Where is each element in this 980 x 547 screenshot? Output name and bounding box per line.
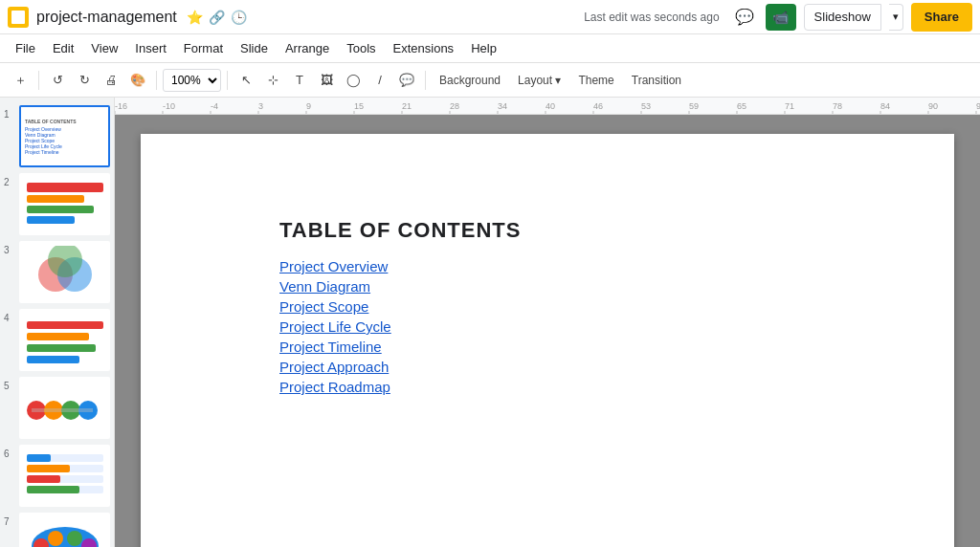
slide-panel: 1 TABLE OF CONTENTS Project Overview Ven…: [0, 98, 115, 547]
undo-button[interactable]: ↺: [45, 68, 70, 93]
slide-thumb-3[interactable]: [19, 241, 110, 303]
star-icon[interactable]: ⭐: [187, 10, 203, 25]
slide-item-1[interactable]: 1 TABLE OF CONTENTS Project Overview Ven…: [4, 105, 110, 167]
last-edit-label: Last edit was seconds ago: [584, 11, 719, 24]
svg-text:96: 96: [976, 101, 980, 111]
add-slide-button[interactable]: ＋: [8, 68, 33, 93]
slideshow-dropdown-button[interactable]: ▾: [889, 4, 903, 31]
svg-text:28: 28: [450, 101, 459, 111]
slide-thumb-inner-6: [21, 447, 108, 505]
line-tool[interactable]: /: [368, 68, 392, 93]
toc-link-item[interactable]: Project Overview: [279, 258, 391, 274]
main-area: 1 TABLE OF CONTENTS Project Overview Ven…: [0, 98, 980, 547]
link-icon[interactable]: 🔗: [209, 10, 225, 25]
slide-number-7: 7: [4, 513, 15, 527]
menu-help[interactable]: Help: [463, 38, 504, 58]
slide-thumb-inner-3: [21, 243, 108, 301]
svg-rect-3: [27, 206, 94, 213]
history-icon[interactable]: 🕒: [231, 10, 247, 25]
toc-link-item[interactable]: Project Life Cycle: [279, 318, 391, 335]
svg-text:65: 65: [737, 101, 746, 111]
paint-format-button[interactable]: 🎨: [125, 68, 150, 93]
slide-item-6[interactable]: 6: [4, 445, 110, 507]
svg-rect-12: [27, 344, 96, 352]
svg-text:15: 15: [354, 101, 364, 111]
slide-thumb-2[interactable]: [19, 173, 110, 235]
svg-rect-10: [27, 321, 103, 329]
svg-text:59: 59: [689, 101, 699, 111]
transition-button[interactable]: Transition: [624, 68, 689, 93]
chat-button[interactable]: 💬: [731, 4, 758, 31]
svg-rect-11: [27, 333, 89, 340]
svg-text:34: 34: [498, 101, 507, 111]
slideshow-button[interactable]: Slideshow: [804, 4, 881, 31]
app-icon: [8, 7, 29, 28]
slide-canvas: TABLE OF CONTENTS Project OverviewVenn D…: [141, 134, 954, 547]
print-button[interactable]: 🖨: [99, 68, 123, 93]
menu-bar: File Edit View Insert Format Slide Arran…: [0, 34, 980, 63]
meet-button[interactable]: 📹: [766, 4, 796, 31]
cursor-tool[interactable]: ↖: [234, 68, 258, 93]
svg-text:46: 46: [593, 101, 603, 111]
text-tool[interactable]: T: [287, 68, 312, 93]
slide-thumb-6[interactable]: [19, 445, 110, 507]
toc-link-item[interactable]: Venn Diagram: [279, 278, 391, 295]
toc-link-item[interactable]: Project Timeline: [279, 339, 391, 355]
svg-text:-16: -16: [115, 101, 127, 111]
menu-insert[interactable]: Insert: [127, 38, 174, 58]
toc-link-item[interactable]: Project Roadmap: [279, 379, 391, 395]
slide-item-7[interactable]: 7: [4, 513, 110, 547]
svg-text:21: 21: [402, 101, 412, 111]
slide-thumb-4[interactable]: [19, 309, 110, 371]
slide-thumb-5[interactable]: [19, 377, 110, 439]
svg-rect-26: [27, 465, 70, 472]
slide-item-4[interactable]: 4: [4, 309, 110, 371]
menu-view[interactable]: View: [83, 38, 125, 58]
slide-number-3: 3: [4, 241, 15, 255]
slide-number-6: 6: [4, 445, 15, 459]
title-bar: project-management ⭐ 🔗 🕒 Last edit was s…: [0, 0, 980, 34]
menu-tools[interactable]: Tools: [339, 38, 383, 58]
shape-tool[interactable]: ◯: [341, 68, 366, 93]
canvas-container[interactable]: TABLE OF CONTENTS Project OverviewVenn D…: [115, 115, 980, 547]
toc-link-item[interactable]: Project Scope: [279, 298, 391, 315]
image-tool[interactable]: 🖼: [314, 68, 339, 93]
svg-text:9: 9: [306, 101, 311, 111]
menu-arrange[interactable]: Arrange: [278, 38, 337, 58]
menu-slide[interactable]: Slide: [233, 38, 276, 58]
svg-text:90: 90: [928, 101, 938, 111]
redo-button[interactable]: ↻: [72, 68, 97, 93]
svg-rect-13: [27, 356, 79, 363]
svg-text:-4: -4: [211, 101, 218, 111]
svg-point-32: [48, 531, 63, 546]
slide-number-2: 2: [4, 173, 15, 187]
slide-number-1: 1: [4, 105, 15, 120]
slide-number-5: 5: [4, 377, 15, 391]
comment-tool[interactable]: 💬: [394, 68, 419, 93]
share-button[interactable]: Share: [911, 3, 972, 32]
svg-text:71: 71: [785, 101, 794, 111]
slide-item-5[interactable]: 5: [4, 377, 110, 439]
select-tool[interactable]: ⊹: [260, 68, 285, 93]
slide-thumb-inner-4: [21, 311, 108, 369]
layout-button[interactable]: Layout ▾: [510, 68, 568, 93]
slide-item-2[interactable]: 2: [4, 173, 110, 235]
background-button[interactable]: Background: [432, 68, 508, 93]
canvas-area: // ruler marks drawn via JS below -16-10…: [115, 98, 980, 547]
menu-format[interactable]: Format: [176, 38, 231, 58]
menu-edit[interactable]: Edit: [45, 38, 81, 58]
slide-thumb-1[interactable]: TABLE OF CONTENTS Project Overview Venn …: [19, 105, 110, 167]
theme-button[interactable]: Theme: [570, 68, 621, 93]
svg-rect-2: [27, 195, 84, 203]
toc-link-item[interactable]: Project Approach: [279, 359, 391, 375]
svg-text:78: 78: [833, 101, 842, 111]
svg-rect-27: [27, 475, 60, 483]
zoom-select[interactable]: 100% 75% 50% 150%: [163, 69, 221, 92]
slide-item-3[interactable]: 3: [4, 241, 110, 303]
menu-extensions[interactable]: Extensions: [386, 38, 462, 58]
title-bar-icons: ⭐ 🔗 🕒: [187, 10, 247, 25]
svg-rect-1: [27, 183, 103, 192]
menu-file[interactable]: File: [8, 38, 43, 58]
slide-thumb-7[interactable]: [19, 513, 110, 547]
svg-rect-28: [27, 486, 79, 493]
